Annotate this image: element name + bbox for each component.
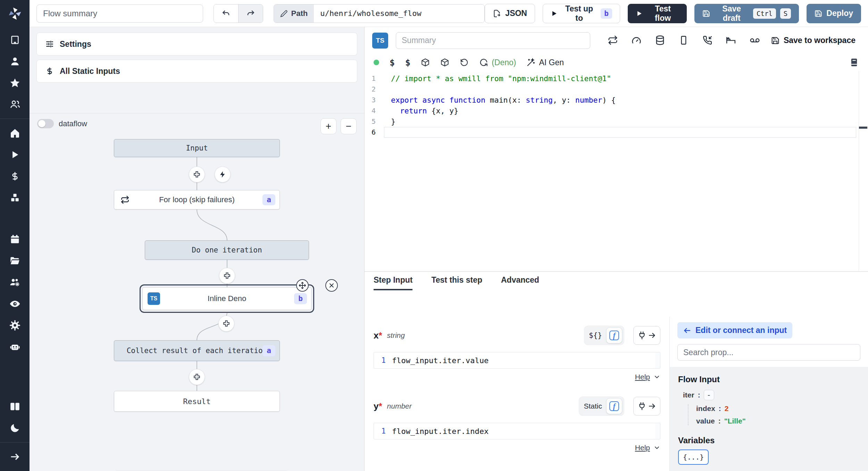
variables-object-button[interactable]: {...} (678, 449, 709, 465)
refresh-runtime-icon[interactable] (479, 58, 488, 67)
field-y: y* number Static f (374, 396, 660, 452)
node-forloop[interactable]: For loop (skip failures) a (114, 190, 280, 209)
reset-rotate-ccw-icon[interactable] (460, 58, 469, 67)
delete-node-button[interactable] (325, 279, 338, 292)
function-icon: f (609, 401, 619, 411)
help-link[interactable]: Help (635, 444, 650, 452)
groups-icon[interactable] (0, 94, 30, 115)
flow-settings-row[interactable]: Settings (36, 33, 357, 55)
node-result[interactable]: Result (114, 391, 280, 412)
plug-icon (637, 402, 646, 411)
save-to-workspace-button[interactable]: Save to workspace (771, 36, 860, 45)
node-input[interactable]: Input (114, 139, 280, 157)
variable-picker-icon[interactable]: $ (390, 58, 395, 68)
field-type: number (387, 402, 412, 410)
test-flow-button[interactable]: Test flow (628, 4, 687, 23)
search-prop-input[interactable] (677, 344, 860, 361)
node-inline-deno[interactable]: TS Inline Deno b (142, 287, 311, 310)
sleep-bed-icon[interactable] (726, 35, 736, 46)
edit-or-connect-button[interactable]: Edit or connect an input (677, 322, 792, 339)
flow-panel: Settings All Static Inputs dataflow + − (30, 27, 365, 471)
expression-editor[interactable]: 1 flow_input.iter.value (374, 352, 660, 369)
add-trigger-button[interactable] (215, 166, 231, 182)
mode-template-option[interactable]: ${} (589, 331, 602, 340)
workers-users-gear-icon[interactable] (0, 272, 30, 293)
node-label: Inline Deno (208, 294, 246, 303)
path-label[interactable]: Path (274, 5, 314, 23)
mode-expression-option[interactable]: f (606, 327, 622, 343)
audit-eye-icon[interactable] (0, 293, 30, 315)
json-button[interactable]: JSON (485, 4, 535, 23)
variables-dollar-icon[interactable] (0, 165, 30, 187)
add-step-button[interactable] (218, 316, 234, 332)
mode-expression-option[interactable]: f (606, 398, 622, 414)
tree-key-index[interactable]: index (696, 404, 715, 413)
arrow-left-icon (683, 326, 691, 335)
flow-summary-input[interactable] (36, 5, 203, 23)
tab-step-input[interactable]: Step Input (374, 275, 412, 290)
variables-title: Variables (678, 436, 860, 445)
help-link[interactable]: Help (635, 373, 650, 381)
move-node-handle[interactable] (296, 279, 309, 292)
user-icon[interactable] (0, 51, 30, 72)
add-step-button[interactable] (219, 268, 235, 284)
windmill-logo[interactable] (8, 6, 22, 20)
deploy-button[interactable]: Deploy (807, 4, 861, 23)
all-static-inputs-row[interactable]: All Static Inputs (36, 60, 357, 83)
expression-editor[interactable]: 1 flow_input.iter.index (374, 423, 660, 439)
early-stop-gauge-icon[interactable] (631, 35, 642, 46)
mock-voicemail-icon[interactable] (749, 35, 760, 46)
folders-icon[interactable] (0, 250, 30, 272)
dark-mode-moon-icon[interactable] (0, 417, 30, 439)
resources-cubes-icon[interactable] (0, 187, 30, 208)
runs-play-icon[interactable] (0, 144, 30, 165)
tab-test-this-step[interactable]: Test this step (431, 275, 482, 290)
package-icon[interactable] (440, 58, 449, 67)
code-editor[interactable]: 1// import * as wmill from "npm:windmill… (365, 71, 868, 271)
connect-input-plug-button[interactable] (633, 397, 660, 416)
tab-advanced[interactable]: Advanced (501, 275, 539, 290)
tree-value-index[interactable]: 2 (725, 404, 729, 413)
tree-key-iter[interactable]: iter (683, 391, 694, 399)
zoom-out-button[interactable]: − (341, 118, 357, 134)
node-do-one-iteration[interactable]: Do one iteration (145, 240, 309, 260)
dataflow-toggle[interactable] (37, 119, 54, 128)
ai-gen-button[interactable]: AI Gen (526, 58, 564, 67)
redo-button[interactable] (238, 5, 262, 23)
add-step-button[interactable] (189, 166, 205, 182)
ai-robot-icon[interactable] (0, 336, 30, 358)
suspend-phone-icon[interactable] (702, 35, 712, 46)
kbd-ctrl: Ctrl (753, 8, 776, 19)
sidebar-divider-bottom (0, 442, 30, 443)
favorites-star-icon[interactable] (0, 72, 30, 94)
add-step-button[interactable] (189, 369, 205, 385)
cache-database-icon[interactable] (655, 35, 665, 46)
docs-book-icon[interactable] (0, 396, 30, 417)
workspace-icon[interactable] (0, 29, 30, 51)
undo-button[interactable] (214, 5, 238, 23)
zoom-in-button[interactable]: + (320, 118, 336, 134)
connect-input-plug-button[interactable] (633, 326, 660, 345)
chevron-down-icon (653, 444, 660, 451)
tree-value-value[interactable]: "Lille" (724, 417, 746, 425)
test-up-to-button[interactable]: Test up to b (543, 4, 620, 23)
home-icon[interactable] (0, 122, 30, 144)
step-summary-input[interactable] (396, 32, 590, 49)
node-collect-result[interactable]: Collect result of each iteration a (114, 340, 280, 361)
topbar-actions: JSON Test up to b Test flow Save draft C (485, 4, 861, 23)
retries-repeat-icon[interactable] (608, 35, 618, 46)
schedules-calendar-icon[interactable] (0, 229, 30, 250)
expand-sidebar-arrow-icon[interactable] (0, 446, 30, 468)
resource-picker-icon[interactable]: $ (405, 58, 410, 68)
path-value-input[interactable] (314, 5, 484, 23)
library-book-icon[interactable] (849, 58, 859, 67)
settings-gear-icon[interactable] (0, 315, 30, 336)
save-draft-button[interactable]: Save draft Ctrl S (694, 4, 799, 23)
tree-key-value[interactable]: value (696, 417, 715, 425)
flow-input-title: Flow Input (678, 375, 860, 384)
input-mode-toggle: ${} f (584, 326, 624, 345)
concurrency-square-icon[interactable] (678, 35, 689, 46)
package-icon[interactable] (421, 58, 430, 67)
mode-static-option[interactable]: Static (584, 402, 602, 410)
collapse-button[interactable]: - (704, 390, 714, 400)
